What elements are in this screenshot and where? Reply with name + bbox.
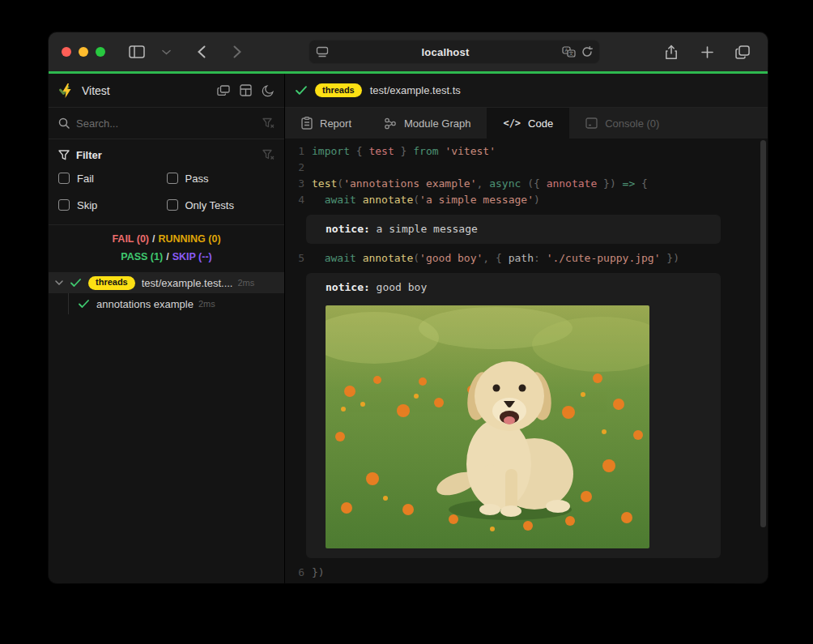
dark-mode-moon-icon[interactable] — [262, 84, 275, 97]
test-case-name: annotations example — [96, 298, 194, 310]
code-editor[interactable]: 1import { test } from 'vitest'23test('an… — [285, 139, 768, 583]
back-button[interactable] — [189, 40, 214, 64]
vertical-scrollbar[interactable] — [760, 140, 766, 527]
filter-checkbox-skip[interactable]: Skip — [58, 195, 167, 215]
filter-checkbox-fail[interactable]: Fail — [58, 168, 167, 188]
pool-badge: threads — [315, 83, 362, 97]
line-number: 3 — [285, 176, 304, 192]
line-number: 6 — [285, 565, 304, 581]
puppy-image — [326, 305, 649, 548]
test-summary: FAIL (0)/RUNNING (0) PASS (1)/SKIP (--) — [49, 225, 284, 269]
translate-icon[interactable]: 文 A — [562, 46, 576, 58]
filter-label-fail: Fail — [77, 173, 94, 185]
checkbox-icon[interactable] — [167, 173, 178, 184]
tab-code-label: Code — [528, 117, 553, 130]
checkbox-icon[interactable] — [58, 199, 70, 211]
filter-checkbox-pass[interactable]: Pass — [167, 168, 275, 188]
url-text[interactable]: localhost — [329, 46, 562, 58]
svg-text:文: 文 — [569, 50, 574, 56]
test-case-row[interactable]: annotations example 2ms — [69, 293, 284, 314]
check-icon — [296, 86, 307, 95]
tab-report-label: Report — [320, 117, 351, 130]
filter-label-skip: Skip — [77, 199, 97, 211]
site-settings-icon[interactable] — [316, 46, 329, 58]
share-icon[interactable] — [659, 40, 683, 64]
line-number: 2 — [285, 160, 304, 176]
notice-label: notice: — [326, 223, 370, 235]
check-icon — [70, 279, 81, 287]
tab-module-graph[interactable]: Module Graph — [368, 108, 487, 139]
minimize-window-button[interactable] — [79, 47, 88, 57]
annotation-notice-box: notice: good boy — [306, 273, 721, 558]
search-bar — [49, 108, 284, 139]
sidebar-header: Vitest — [49, 74, 284, 108]
chevron-down-icon[interactable] — [55, 280, 63, 285]
console-icon — [585, 117, 598, 129]
sidebar-toggle-icon[interactable] — [125, 40, 149, 64]
code-lines: 1import { test } from 'vitest'23test('an… — [285, 143, 768, 581]
clear-search-filter-icon[interactable] — [262, 117, 275, 129]
notice-label: notice: — [326, 281, 370, 293]
notice-message: good boy — [370, 281, 427, 293]
dashboard-icon[interactable] — [240, 84, 252, 96]
fail-count: FAIL (0) — [112, 233, 149, 245]
address-bar[interactable]: localhost 文 A — [309, 40, 600, 64]
zoom-window-button[interactable] — [96, 47, 105, 57]
traffic-lights — [62, 47, 105, 57]
file-header: threads test/example.test.ts — [285, 74, 768, 108]
check-icon — [79, 300, 89, 308]
view-tabs: Report Module Graph </> Code — [285, 108, 768, 139]
code-line: 6}) — [285, 565, 768, 581]
skip-count: SKIP (--) — [172, 251, 212, 262]
filter-checkbox-only-tests[interactable]: Only Tests — [167, 195, 275, 215]
line-number: 1 — [285, 143, 304, 160]
code-line: 5 await annotate('good boy', { path: './… — [285, 250, 768, 267]
forward-button[interactable] — [225, 40, 249, 64]
test-file-duration: 2ms — [237, 278, 254, 288]
new-tab-icon[interactable] — [695, 40, 719, 64]
filter-title: Filter — [76, 149, 102, 161]
filter-icon — [58, 150, 70, 160]
line-number: 5 — [285, 250, 304, 267]
browser-toolbar: localhost 文 A — [49, 32, 768, 71]
code-icon: </> — [503, 117, 521, 129]
open-file-name[interactable]: test/example.test.ts — [370, 84, 461, 96]
code-line: 4 await annotate('a simple message') — [285, 192, 768, 208]
test-case-duration: 2ms — [198, 299, 215, 309]
tab-code[interactable]: </> Code — [487, 108, 569, 139]
module-graph-icon — [384, 117, 397, 130]
running-count: RUNNING (0) — [159, 233, 221, 245]
chevron-down-icon[interactable] — [154, 40, 178, 64]
tab-console-label: Console (0) — [605, 117, 659, 130]
code-line: 2 — [285, 160, 768, 176]
tab-report[interactable]: Report — [285, 108, 368, 139]
svg-text:A: A — [564, 48, 568, 53]
filter-label-pass: Pass — [185, 173, 209, 185]
windows-stack-icon[interactable] — [217, 85, 230, 96]
pass-count: PASS (1) — [121, 251, 163, 262]
annotation-notice-box: notice: a simple message — [306, 215, 721, 244]
checkbox-icon[interactable] — [167, 199, 178, 211]
report-icon — [301, 117, 313, 130]
line-number: 4 — [285, 192, 304, 208]
tab-console[interactable]: Console (0) — [569, 108, 675, 139]
test-tree: threads test/example.test.... 2ms annota… — [49, 272, 284, 583]
close-window-button[interactable] — [62, 47, 71, 57]
sidebar: Vitest — [49, 74, 285, 583]
reload-icon[interactable] — [581, 46, 593, 58]
filter-label-only-tests: Only Tests — [185, 199, 234, 211]
filter-section: Filter Fail Pass — [49, 139, 284, 225]
pool-badge: threads — [88, 276, 135, 290]
test-file-name: test/example.test.... — [142, 277, 233, 289]
vitest-logo-icon — [58, 83, 74, 99]
checkbox-icon[interactable] — [58, 173, 70, 184]
browser-window: localhost 文 A — [49, 32, 768, 583]
tab-module-graph-label: Module Graph — [404, 117, 470, 130]
main-panel: threads test/example.test.ts Report — [285, 74, 768, 583]
search-input[interactable] — [76, 117, 256, 130]
test-file-row[interactable]: threads test/example.test.... 2ms — [49, 272, 284, 293]
notice-message: a simple message — [370, 223, 478, 235]
app-title: Vitest — [82, 84, 110, 97]
tab-overview-icon[interactable] — [730, 40, 755, 64]
clear-filter-icon[interactable] — [262, 149, 275, 160]
